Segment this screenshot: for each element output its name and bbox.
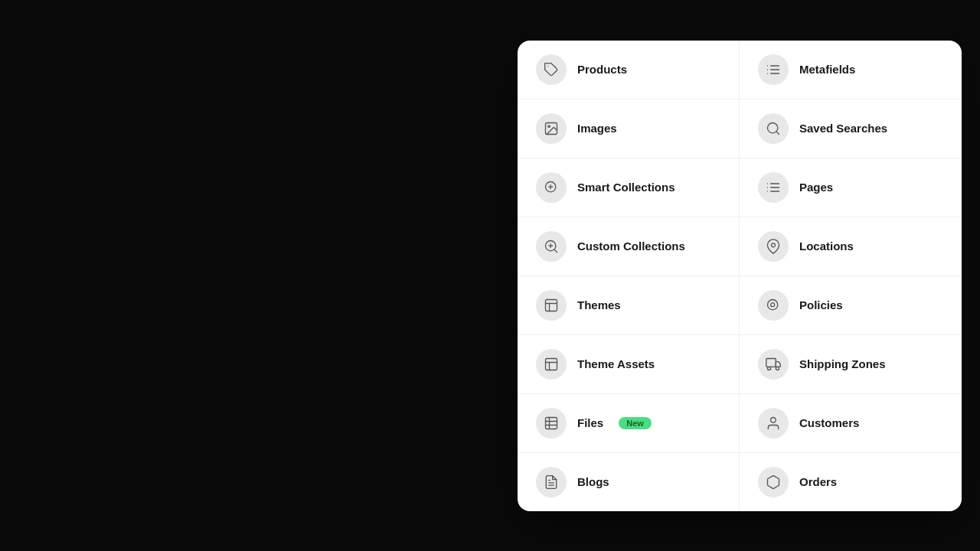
grid-item-blogs[interactable]: Blogs (518, 453, 740, 511)
svg-rect-25 (546, 358, 557, 370)
search-icon (758, 113, 789, 144)
grid-item-theme-assets[interactable]: Theme Assets (518, 335, 740, 394)
grid-item-pages[interactable]: Pages (740, 158, 962, 217)
grid-item-shipping-zones[interactable]: Shipping Zones (740, 335, 962, 394)
item-label-blogs: Blogs (577, 475, 609, 488)
pages-icon (758, 172, 789, 203)
tag-icon (536, 54, 567, 85)
metafields-icon (758, 54, 789, 85)
item-label-themes: Themes (577, 298, 621, 311)
grid-item-files[interactable]: Files New (518, 394, 740, 453)
customers-icon (758, 408, 789, 439)
custom-coll-icon (536, 231, 567, 262)
grid-item-saved-searches[interactable]: Saved Searches (740, 99, 962, 158)
blogs-icon (536, 467, 567, 497)
grid-item-smart-collections[interactable]: Smart Collections (518, 158, 740, 217)
locations-icon (758, 231, 789, 262)
grid-item-orders[interactable]: Orders (740, 453, 962, 511)
left-panel (0, 196, 490, 355)
grid-item-policies[interactable]: Policies (740, 276, 962, 335)
item-label-saved-searches: Saved Searches (799, 122, 887, 135)
grid-item-metafields[interactable]: Metafields (740, 41, 962, 99)
item-label-customers: Customers (799, 416, 859, 429)
item-label-policies: Policies (799, 298, 843, 311)
image-icon (536, 113, 567, 144)
item-label-shipping-zones: Shipping Zones (799, 357, 886, 370)
grid-item-themes[interactable]: Themes (518, 276, 740, 335)
files-icon (536, 408, 567, 439)
grid-item-locations[interactable]: Locations (740, 217, 962, 276)
grid-item-customers[interactable]: Customers (740, 394, 962, 453)
svg-point-24 (768, 299, 778, 309)
svg-rect-23 (546, 299, 557, 311)
grid-container: Products Metafields Images Saved Searche… (518, 41, 962, 511)
svg-rect-26 (766, 358, 776, 367)
policies-icon (758, 290, 789, 321)
grid-item-images[interactable]: Images (518, 99, 740, 158)
item-label-images: Images (577, 122, 617, 135)
theme-assets-icon (536, 349, 567, 380)
item-label-metafields: Metafields (799, 63, 855, 76)
grid-item-custom-collections[interactable]: Custom Collections (518, 217, 740, 276)
item-label-smart-collections: Smart Collections (577, 181, 675, 194)
smart-coll-icon (536, 172, 567, 203)
item-label-locations: Locations (799, 240, 854, 253)
item-label-products: Products (577, 63, 627, 76)
svg-line-19 (554, 249, 557, 252)
svg-point-22 (772, 243, 776, 246)
shipping-icon (758, 349, 789, 380)
svg-point-33 (771, 417, 776, 422)
item-label-custom-collections: Custom Collections (577, 240, 685, 253)
badge-new: New (619, 417, 652, 429)
right-panel: Products Metafields Images Saved Searche… (490, 41, 980, 511)
headline (54, 254, 436, 291)
orders-icon (758, 467, 789, 497)
svg-point-27 (768, 367, 771, 370)
grid-item-products[interactable]: Products (518, 41, 740, 99)
themes-icon (536, 290, 567, 321)
svg-line-10 (776, 131, 779, 134)
svg-point-8 (548, 125, 550, 127)
svg-point-28 (776, 367, 779, 370)
item-label-pages: Pages (799, 181, 833, 194)
feature-grid: Products Metafields Images Saved Searche… (518, 41, 962, 511)
item-label-files: Files (577, 416, 603, 429)
svg-rect-29 (546, 417, 557, 429)
item-label-theme-assets: Theme Assets (577, 357, 655, 370)
item-label-orders: Orders (799, 475, 837, 488)
